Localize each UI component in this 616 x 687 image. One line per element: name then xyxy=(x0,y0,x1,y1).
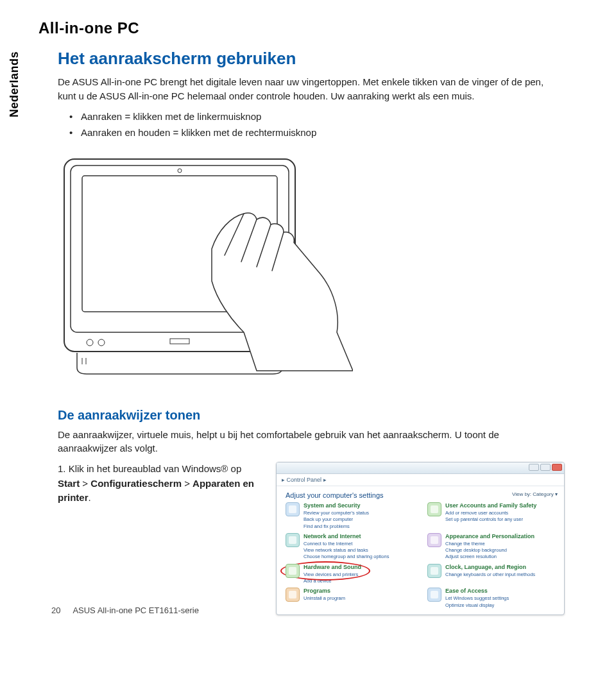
maximize-icon xyxy=(540,464,551,471)
footer-model: ASUS All-in-one PC ET1611-serie xyxy=(73,606,199,615)
svg-point-3 xyxy=(178,169,182,173)
cp-category-network: Network and Internet Connect to the Inte… xyxy=(286,533,416,560)
step-number: 1. xyxy=(58,463,66,474)
svg-point-5 xyxy=(98,339,105,346)
monitor-icon xyxy=(427,533,441,547)
control-panel-screenshot: ▸ Control Panel ▸ Adjust your computer's… xyxy=(276,462,565,615)
product-title: All-in-one PC xyxy=(38,19,565,37)
subsection-heading: De aanraakwijzer tonen xyxy=(58,408,565,423)
svg-point-4 xyxy=(87,339,93,346)
shield-icon xyxy=(286,502,300,516)
breadcrumb: ▸ Control Panel ▸ xyxy=(277,474,564,486)
cp-category-system-security: System and Security Review your computer… xyxy=(286,502,416,529)
page-number: 20 xyxy=(51,606,60,615)
close-icon xyxy=(552,464,562,471)
svg-rect-6 xyxy=(170,339,189,344)
bullet-item: Aanraken = klikken met de linkermuisknop xyxy=(69,108,565,125)
window-titlebar xyxy=(277,462,564,474)
intro-paragraph: De ASUS All-in-one PC brengt het digital… xyxy=(58,75,558,103)
box-icon xyxy=(286,588,300,602)
step-text-fragment: Klik in het bureaublad van Windows® op xyxy=(69,463,242,474)
step-start-bold: Start xyxy=(58,478,80,489)
cp-category-hardware-sound: Hardware and Sound View devices and prin… xyxy=(286,564,416,584)
cp-category-user-accounts: User Accounts and Family Safety Add or r… xyxy=(427,502,558,529)
bullet-item: Aanraken en houden = klikken met de rech… xyxy=(69,124,565,141)
step-1: 1. Klik in het bureaublad van Windows® o… xyxy=(58,462,263,505)
globe-icon xyxy=(286,533,300,547)
subsection-paragraph: De aanraakwijzer, virtuele muis, helpt u… xyxy=(58,428,558,456)
ease-icon xyxy=(427,588,441,602)
printer-icon xyxy=(286,564,300,578)
cp-category-clock-language: Clock, Language, and Region Change keybo… xyxy=(427,564,558,584)
language-tab: Nederlands xyxy=(8,51,21,117)
cp-category-programs: Programs Uninstall a program xyxy=(286,588,416,608)
cp-category-ease-of-access: Ease of Access Let Windows suggest setti… xyxy=(427,588,558,608)
touchscreen-illustration xyxy=(51,153,353,384)
users-icon xyxy=(427,502,441,516)
minimize-icon xyxy=(529,464,539,471)
clock-icon xyxy=(427,564,441,578)
cp-category-appearance: Appearance and Personalization Change th… xyxy=(427,533,558,560)
section-heading: Het aanraakscherm gebruiken xyxy=(58,49,565,69)
bullet-list: Aanraken = klikken met de linkermuisknop… xyxy=(69,108,565,141)
page-footer: 20 ASUS All-in-one PC ET1611-serie xyxy=(51,606,199,615)
step-config-bold: Configuratiescherm xyxy=(90,478,182,489)
